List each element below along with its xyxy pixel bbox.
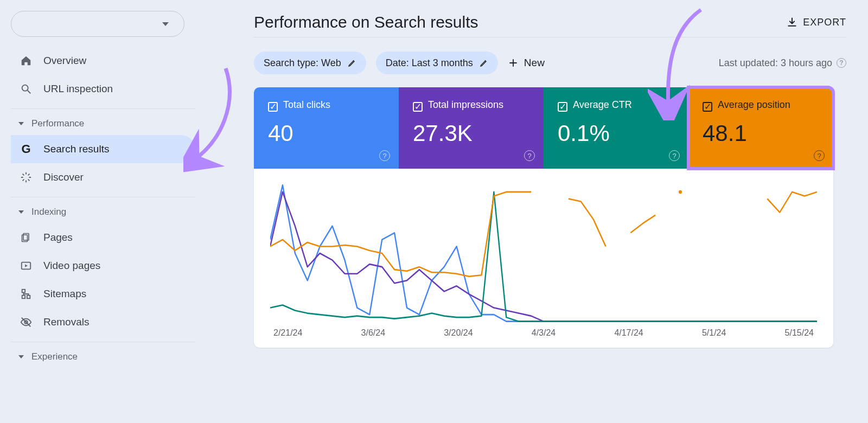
metric-label: Average position (718, 99, 790, 110)
nav-video-pages[interactable]: Video pages (11, 252, 195, 280)
nav-label: URL inspection (43, 83, 113, 95)
x-tick: 4/3/24 (532, 328, 556, 338)
page-title: Performance on Search results (254, 13, 478, 31)
nav-url-inspection[interactable]: URL inspection (11, 75, 195, 103)
checkbox-icon: ✓ (703, 102, 712, 112)
x-tick: 2/21/24 (273, 328, 302, 338)
sidebar: Overview URL inspection Performance G Se… (0, 0, 195, 423)
chart-area: 2/21/243/6/243/20/244/3/244/17/245/1/245… (254, 169, 833, 348)
removals-icon (20, 316, 33, 328)
svg-point-10 (679, 190, 682, 194)
add-filter-button[interactable]: New (508, 57, 545, 69)
pencil-icon (348, 59, 356, 67)
section-label: Indexing (31, 207, 66, 217)
filter-date[interactable]: Date: Last 3 months (376, 52, 498, 74)
metric-value: 40 (268, 120, 385, 146)
section-experience[interactable]: Experience (11, 345, 195, 368)
nav-overview[interactable]: Overview (11, 47, 195, 75)
video-icon (20, 260, 33, 272)
nav-label: Video pages (43, 260, 100, 272)
nav-label: Discover (43, 171, 84, 183)
sitemaps-icon (20, 288, 33, 300)
metric-label: Total impressions (428, 99, 503, 110)
chip-label: Date: Last 3 months (386, 57, 473, 69)
chevron-down-icon (162, 22, 169, 26)
metric-value: 27.3K (413, 120, 529, 146)
metric-clicks[interactable]: ✓Total clicks 40 ? (254, 87, 399, 169)
metric-value: 48.1 (703, 120, 819, 146)
divider (11, 108, 195, 109)
metric-label: Average CTR (573, 99, 632, 110)
property-selector[interactable] (11, 11, 184, 37)
performance-card: ✓Total clicks 40 ? ✓Total impressions 27… (254, 87, 833, 348)
google-g-icon: G (20, 142, 33, 156)
section-label: Performance (31, 118, 84, 129)
nav-label: Sitemaps (43, 288, 86, 300)
x-tick: 5/1/24 (702, 328, 726, 338)
svg-line-1 (28, 91, 31, 94)
divider (11, 342, 195, 342)
nav-removals[interactable]: Removals (11, 308, 195, 336)
checkbox-icon: ✓ (268, 102, 278, 112)
metric-position[interactable]: ✓Average position 48.1 ? (688, 87, 833, 169)
help-icon[interactable]: ? (837, 58, 846, 68)
help-icon[interactable]: ? (814, 150, 825, 161)
metric-label: Total clicks (283, 99, 330, 110)
caret-down-icon (18, 210, 24, 214)
last-updated: Last updated: 3 hours ago ? (719, 57, 846, 69)
x-tick: 3/20/24 (444, 328, 473, 338)
pencil-icon (480, 59, 488, 67)
filter-search-type[interactable]: Search type: Web (254, 52, 366, 74)
section-label: Experience (31, 351, 78, 362)
svg-point-0 (22, 85, 28, 91)
last-updated-text: Last updated: 3 hours ago (719, 57, 832, 69)
metrics-row: ✓Total clicks 40 ? ✓Total impressions 27… (254, 87, 833, 169)
help-icon[interactable]: ? (379, 150, 390, 161)
section-performance[interactable]: Performance (11, 112, 195, 135)
metric-impressions[interactable]: ✓Total impressions 27.3K ? (399, 87, 544, 169)
nav-search-results[interactable]: G Search results (11, 135, 195, 163)
download-icon (787, 17, 797, 28)
pages-icon (20, 232, 33, 243)
line-chart (270, 183, 817, 324)
export-label: EXPORT (803, 17, 846, 28)
x-tick: 4/17/24 (614, 328, 643, 338)
svg-rect-5 (22, 290, 25, 293)
nav-label: Removals (43, 316, 89, 328)
help-icon[interactable]: ? (524, 150, 535, 161)
metric-ctr[interactable]: ✓Average CTR 0.1% ? (544, 87, 688, 169)
divider (254, 37, 846, 37)
home-icon (20, 55, 33, 67)
chip-label: Search type: Web (264, 57, 341, 69)
metric-value: 0.1% (558, 120, 674, 146)
caret-down-icon (18, 122, 24, 125)
discover-icon (20, 171, 33, 183)
help-icon[interactable]: ? (669, 150, 680, 161)
nav-label: Pages (43, 232, 73, 243)
plus-icon (508, 57, 519, 68)
x-tick: 5/15/24 (785, 328, 814, 338)
caret-down-icon (18, 355, 24, 358)
checkbox-icon: ✓ (413, 102, 423, 112)
nav-label: Overview (43, 55, 86, 67)
new-label: New (524, 57, 545, 69)
x-axis-labels: 2/21/243/6/243/20/244/3/244/17/245/1/245… (270, 328, 817, 338)
search-icon (20, 83, 33, 95)
x-tick: 3/6/24 (361, 328, 385, 338)
filter-row: Search type: Web Date: Last 3 months New… (254, 52, 846, 74)
nav-sitemaps[interactable]: Sitemaps (11, 280, 195, 308)
nav-pages[interactable]: Pages (11, 223, 195, 252)
main-content: Performance on Search results EXPORT Sea… (254, 13, 846, 348)
nav-discover[interactable]: Discover (11, 163, 195, 191)
divider (11, 197, 195, 197)
svg-rect-6 (27, 296, 30, 299)
section-indexing[interactable]: Indexing (11, 201, 195, 223)
svg-rect-7 (22, 296, 25, 299)
export-button[interactable]: EXPORT (787, 17, 846, 28)
checkbox-icon: ✓ (558, 102, 567, 112)
nav-label: Search results (43, 143, 109, 155)
